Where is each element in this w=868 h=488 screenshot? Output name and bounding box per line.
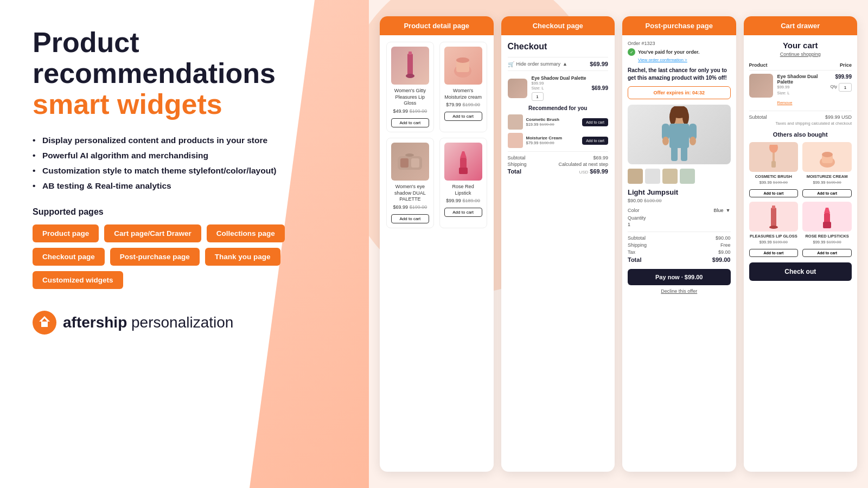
thumb-1[interactable]	[628, 169, 643, 184]
cart-item-size: Size: L	[777, 91, 826, 95]
also-add-btn-3[interactable]: Add to cart	[749, 249, 799, 257]
order-item-size: Size: L	[532, 86, 588, 91]
eyeshadow-svg	[395, 151, 425, 172]
aftership-logo-icon	[33, 311, 56, 335]
also-bought-price-4: $99.99 $199.00	[802, 240, 852, 245]
svg-point-17	[682, 110, 689, 125]
svg-point-30	[822, 152, 833, 157]
svg-marker-12	[460, 151, 467, 158]
col-price: Price	[840, 62, 852, 68]
also-bought-name-3: PLEASURES LIP GLOSS	[749, 234, 799, 239]
checkout-button[interactable]: Check out	[749, 262, 852, 281]
qty-value: 1	[628, 222, 731, 227]
also-add-btn-1[interactable]: Add to cart	[749, 189, 799, 197]
badge-post-purchase[interactable]: Post-purchase page	[110, 248, 200, 266]
also-bought-grid: COSMETIC BRUSH $99.99 $199.00 Add to car…	[749, 142, 852, 257]
add-to-cart-btn-4[interactable]: Add to cart	[444, 208, 482, 217]
checkout-panel: Checkout page Checkout 🛒 Hide order summ…	[501, 16, 615, 472]
also-bought-item-4: ROSE RED LIPSTICKS $99.99 $199.00 Add to…	[802, 202, 852, 257]
svg-point-3	[406, 74, 414, 78]
cart-remove-link[interactable]: Remove	[777, 100, 793, 105]
cart-item-name: Eye Shadow Dual Palette	[777, 74, 826, 85]
right-area: Product detail page Women's Gitty Pleasu…	[369, 0, 868, 488]
svg-rect-32	[772, 206, 775, 209]
also-bought-img-1	[749, 142, 799, 172]
also-add-btn-4[interactable]: Add to cart	[802, 249, 852, 257]
paid-text: You've paid for your order.	[638, 49, 700, 55]
product-thumbnails	[628, 169, 731, 184]
badge-cart-page[interactable]: Cart page/Cart Drawer	[104, 224, 201, 242]
lipstick2-svg	[818, 203, 837, 230]
rec-add-btn-2[interactable]: Add to cart	[582, 137, 608, 145]
svg-rect-13	[459, 168, 468, 174]
feature-item: Display personalized content and product…	[33, 136, 336, 145]
cart-item-info: Eye Shadow Dual Palette $99.99 Size: L R…	[777, 74, 826, 106]
product-card-1: Women's Gitty Pleasures Lip Gloss $49.99…	[386, 42, 434, 132]
feature-item: Customization style to match theme style…	[33, 166, 336, 176]
continue-shopping-link[interactable]: Continue shopping	[749, 52, 852, 57]
svg-rect-36	[823, 222, 831, 228]
product-name-3: Women's eye shadow DUAL PALETTE	[391, 184, 429, 203]
also-add-btn-2[interactable]: Add to cart	[802, 189, 852, 197]
last-chance-text: Rachel, the last chance for only you to …	[628, 67, 731, 82]
lip-gloss-svg	[399, 51, 421, 81]
also-bought-img-4	[802, 202, 852, 232]
badge-product-page[interactable]: Product page	[33, 224, 99, 242]
svg-point-26	[769, 145, 778, 153]
post-subtotals: Subtotal $90.00 Shipping Free Tax $9.00 …	[628, 232, 731, 263]
add-to-cart-btn-2[interactable]: Add to cart	[444, 112, 482, 121]
add-to-cart-btn-1[interactable]: Add to cart	[391, 118, 429, 127]
cart-drawer-panel: Cart drawer Your cart Continue shopping …	[744, 16, 858, 472]
svg-point-10	[405, 153, 414, 157]
product-name-2: Women's Moisturize cream	[444, 88, 482, 100]
cart-taxes-note: Taxes and shipping calculated at checkou…	[749, 121, 852, 126]
rec-item-row-2: Moisturize Cream $79.99 $100.00 Add to c…	[508, 133, 609, 148]
add-to-cart-btn-3[interactable]: Add to cart	[391, 214, 429, 223]
chevron-icon: ▲	[563, 61, 567, 67]
panel3-header: Post-purchase page	[622, 16, 736, 35]
product-image-1	[391, 47, 429, 85]
thumb-4[interactable]	[680, 169, 695, 184]
feature-item: Powerful AI algorithm and merchandising	[33, 151, 336, 160]
order-summary-label: Hide order summary	[516, 61, 561, 67]
order-qty-box[interactable]: 1	[532, 92, 544, 101]
cart-item-price-col: $99.99 Qty 1	[831, 74, 852, 92]
badges-row-3: Customized widgets	[33, 271, 336, 289]
product-name-4: Rose Red Lipstick	[444, 184, 482, 196]
left-panel: Product recommendations smart widgets Di…	[0, 0, 369, 488]
post-subtotal-row: Subtotal $90.00	[628, 235, 731, 241]
paid-checkmark: ✓	[628, 48, 635, 56]
decline-link[interactable]: Decline this offer	[628, 288, 731, 294]
badge-customized[interactable]: Customized widgets	[33, 271, 123, 289]
also-bought-item-2: MOISTURIZE CREAM $99.99 $199.00 Add to c…	[802, 142, 852, 197]
pay-now-button[interactable]: Pay now · $99.00	[628, 269, 731, 285]
cart-item-sub-price: $99.99	[777, 85, 826, 89]
product-grid: Women's Gitty Pleasures Lip Gloss $49.99…	[386, 42, 487, 228]
badge-thank-you[interactable]: Thank you page	[205, 248, 280, 266]
logo-area: aftership personalization	[33, 311, 336, 335]
cart-icon: 🛒	[508, 61, 514, 67]
view-order-link[interactable]: View order confirmation >	[638, 57, 731, 62]
cart-qty-box[interactable]: 1	[839, 83, 852, 92]
thumb-2[interactable]	[645, 169, 660, 184]
svg-rect-9	[411, 158, 419, 168]
order-item-price: $69.99	[591, 85, 608, 91]
cream2-svg	[816, 145, 838, 169]
feature-item: AB testing & Real-time analytics	[33, 181, 336, 191]
badge-collections[interactable]: Collections page	[207, 224, 285, 242]
others-also-bought: Others also bought	[749, 131, 852, 138]
color-row: Color Blue ▼	[628, 208, 731, 213]
also-bought-price-3: $99.99 $199.00	[749, 240, 799, 245]
panel4-header: Cart drawer	[744, 16, 858, 35]
also-bought-price-2: $99.99 $199.00	[802, 180, 852, 185]
rec-add-btn-1[interactable]: Add to cart	[582, 118, 608, 126]
thumb-3[interactable]	[662, 169, 678, 184]
badge-checkout[interactable]: Checkout page	[33, 248, 105, 266]
cream-svg	[451, 52, 475, 79]
order-summary-bar[interactable]: 🛒 Hide order summary ▲ $69.99	[508, 57, 609, 71]
post-total-row: Total $99.00	[628, 256, 731, 263]
product-price-3: $69.99 $199.00	[391, 204, 429, 210]
svg-point-33	[769, 226, 778, 229]
cart-item-row: Eye Shadow Dual Palette $99.99 Size: L R…	[749, 74, 852, 106]
svg-point-16	[669, 110, 676, 125]
